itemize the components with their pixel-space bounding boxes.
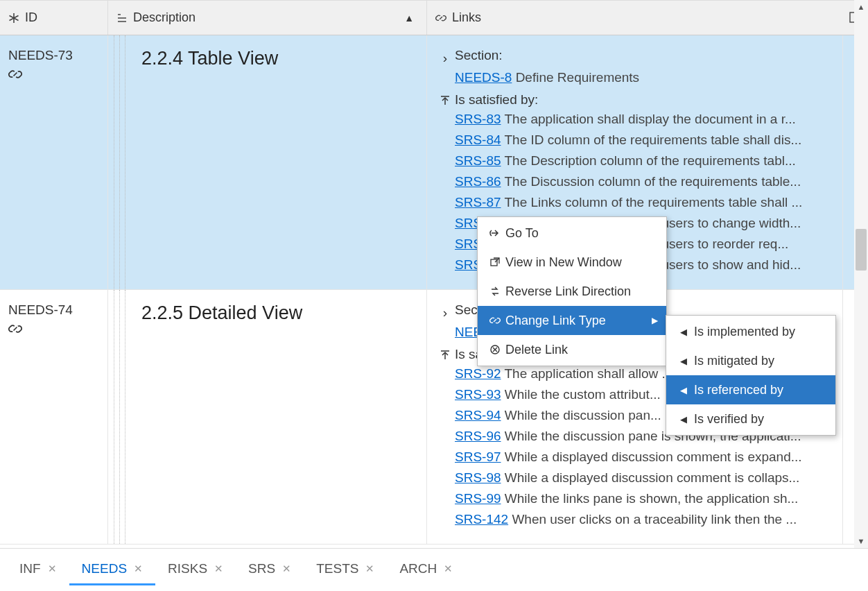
link-group-section: › Section: NEEDS-8 Define Requirements — [435, 48, 834, 88]
requirement-link[interactable]: SRS-93 — [455, 387, 501, 402]
requirement-link[interactable]: SRS-97 — [455, 449, 501, 464]
requirement-link[interactable]: SRS-85 — [455, 153, 501, 168]
submenu-item-referenced-by[interactable]: ◀ Is referenced by — [666, 375, 835, 404]
tab-inf[interactable]: INF ✕ — [7, 554, 69, 585]
menu-item-change-link-type[interactable]: Change Link Type ▶ — [478, 306, 666, 335]
menu-item-label: Go To — [505, 226, 539, 241]
column-header-links[interactable]: Links — [427, 1, 843, 35]
chevron-right-icon: › — [435, 48, 455, 66]
tab-risks[interactable]: RISKS ✕ — [155, 554, 236, 585]
link-text: While the discussion pan... — [505, 408, 661, 422]
column-header-label: Description — [133, 10, 196, 25]
requirement-link[interactable]: SRS-86 — [455, 174, 501, 189]
link-group-header[interactable]: Is satisfied by: — [435, 92, 834, 108]
link-item[interactable]: SRS-83 The application shall display the… — [435, 109, 834, 130]
scrollbar-track[interactable] — [854, 14, 868, 534]
column-header-label: ID — [25, 10, 37, 25]
link-text: The application shall display the docume… — [504, 112, 795, 126]
link-group-header[interactable]: › Section: — [435, 48, 834, 66]
close-icon[interactable]: ✕ — [214, 563, 223, 575]
menu-item-goto[interactable]: Go To — [478, 219, 666, 248]
scroll-down-icon[interactable]: ▼ — [854, 534, 868, 548]
tab-label: SRS — [248, 561, 275, 576]
column-header-label: Links — [452, 10, 481, 25]
close-icon[interactable]: ✕ — [282, 563, 291, 575]
description-text: 2.2.5 Detailed View — [116, 302, 418, 324]
link-text: While the links pane is shown, the appli… — [505, 491, 799, 506]
table-header-row: ID Description ▲ Links — [0, 1, 868, 35]
requirement-link[interactable]: SRS-84 — [455, 132, 501, 147]
close-icon[interactable]: ✕ — [444, 563, 453, 575]
requirements-table: ID Description ▲ Links NEEDS-73 — [0, 0, 868, 548]
menu-item-delete-link[interactable]: Delete Link — [478, 335, 666, 364]
requirement-link[interactable]: SRS-99 — [455, 491, 501, 506]
tab-label: ARCH — [399, 561, 437, 576]
tab-srs[interactable]: SRS ✕ — [236, 554, 304, 585]
id-cell: NEEDS-74 — [0, 290, 108, 544]
svg-rect-6 — [491, 259, 497, 266]
link-item[interactable]: SRS-98 While a displayed discussion comm… — [435, 468, 834, 488]
delete-icon — [485, 344, 505, 355]
chevron-left-icon: ◀ — [673, 327, 694, 337]
description-icon — [116, 12, 128, 24]
chevron-left-icon: ◀ — [673, 356, 694, 366]
link-text: The application shall allow ... — [504, 366, 672, 381]
link-icon — [8, 322, 99, 336]
scrollbar-thumb[interactable] — [856, 229, 867, 271]
chevron-right-icon: ▶ — [652, 316, 658, 325]
requirement-link[interactable]: NEEDS-8 — [455, 70, 512, 85]
submenu-item-mitigated-by[interactable]: ◀ Is mitigated by — [666, 346, 835, 375]
description-cell: 2.2.5 Detailed View — [108, 290, 427, 544]
menu-item-label: Is mitigated by — [694, 354, 774, 368]
link-icon — [485, 315, 505, 326]
tab-label: TESTS — [316, 561, 358, 576]
link-text: While a displayed discussion comment is … — [505, 449, 802, 464]
link-item[interactable]: SRS-99 While the links pane is shown, th… — [435, 488, 834, 509]
column-header-id[interactable]: ID — [0, 1, 108, 35]
scroll-up-icon[interactable]: ▲ — [854, 0, 868, 14]
link-item[interactable]: SRS-84 The ID column of the requirements… — [435, 130, 834, 151]
chevron-left-icon: ◀ — [673, 414, 694, 425]
requirement-link[interactable]: SRS-83 — [455, 112, 501, 126]
vertical-scrollbar[interactable]: ▲ ▼ — [854, 0, 868, 548]
requirement-link[interactable]: SRS-87 — [455, 195, 501, 209]
link-text: The Links column of the requirements tab… — [504, 195, 802, 209]
tab-needs[interactable]: NEEDS ✕ — [69, 554, 155, 585]
chevron-left-icon: ◀ — [673, 385, 694, 395]
submenu-item-verified-by[interactable]: ◀ Is verified by — [666, 404, 835, 434]
link-item[interactable]: SRS-86 The Discussion column of the requ… — [435, 171, 834, 192]
requirement-link[interactable]: SRS-142 — [455, 512, 508, 526]
requirement-link[interactable]: SRS-92 — [455, 366, 501, 381]
link-group-label: Section: — [455, 48, 503, 63]
link-text: The Discussion column of the requirement… — [504, 174, 801, 189]
goto-icon — [485, 228, 505, 239]
menu-item-reverse-direction[interactable]: Reverse Link Direction — [478, 277, 666, 306]
link-type-submenu: ◀ Is implemented by ◀ Is mitigated by ◀ … — [666, 315, 836, 436]
submenu-item-implemented-by[interactable]: ◀ Is implemented by — [666, 317, 835, 346]
link-text: While the custom attribut... — [505, 387, 661, 402]
link-item[interactable]: NEEDS-8 Define Requirements — [435, 67, 834, 88]
link-item[interactable]: SRS-142 When user clicks on a traceabili… — [435, 509, 834, 530]
menu-item-label: Is verified by — [694, 412, 764, 427]
link-item[interactable]: SRS-87 The Links column of the requireme… — [435, 192, 834, 213]
menu-item-view-new-window[interactable]: View in New Window — [478, 248, 666, 277]
requirement-link[interactable]: SRS-94 — [455, 408, 501, 422]
link-text: Define Requirements — [516, 70, 639, 85]
tab-arch[interactable]: ARCH ✕ — [387, 554, 465, 585]
link-item[interactable]: SRS-97 While a displayed discussion comm… — [435, 447, 834, 468]
close-icon[interactable]: ✕ — [365, 563, 374, 575]
requirement-link[interactable]: SRS-96 — [455, 429, 501, 443]
column-header-description[interactable]: Description ▲ — [108, 1, 427, 35]
link-text: While a displayed discussion comment is … — [505, 470, 800, 485]
menu-item-label: Is implemented by — [694, 325, 795, 339]
description-cell: 2.2.4 Table View — [108, 35, 427, 289]
close-icon[interactable]: ✕ — [134, 563, 143, 575]
requirement-id: NEEDS-74 — [8, 302, 99, 318]
sort-ascending-icon: ▲ — [404, 12, 414, 24]
table-row[interactable]: NEEDS-73 2.2.4 Table View › Section: NEE… — [0, 35, 854, 290]
tab-tests[interactable]: TESTS ✕ — [304, 554, 387, 585]
arrow-up-bar-icon — [435, 347, 455, 361]
requirement-link[interactable]: SRS-98 — [455, 470, 501, 485]
link-item[interactable]: SRS-85 The Description column of the req… — [435, 151, 834, 171]
close-icon[interactable]: ✕ — [48, 563, 57, 575]
